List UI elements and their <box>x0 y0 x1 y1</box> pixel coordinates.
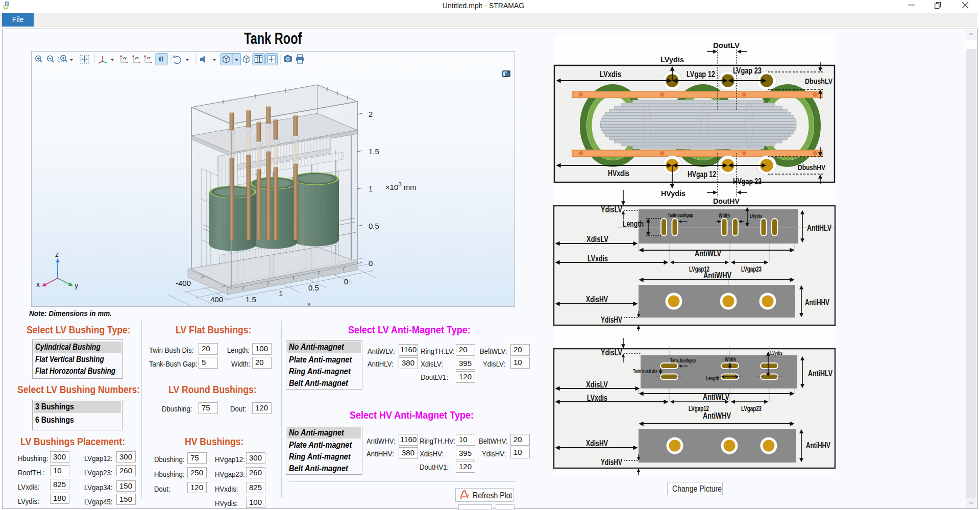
svg-text:XdisHV: XdisHV <box>586 439 608 448</box>
svg-text:LVgap23: LVgap23 <box>741 265 762 273</box>
svg-text:AntiHLV: AntiHLV <box>807 224 831 232</box>
svg-text:1: 1 <box>369 184 373 193</box>
svg-text:YdisHV: YdisHV <box>601 458 622 467</box>
svg-text:400: 400 <box>210 295 223 304</box>
svg-text:LVydis: LVydis <box>750 213 762 219</box>
svg-text:1.5: 1.5 <box>246 295 256 304</box>
svg-text:DbushHV: DbushHV <box>798 163 825 172</box>
svg-text:-400: -400 <box>176 279 191 287</box>
svg-text:Length: Length <box>623 220 644 228</box>
svg-text:Twin bush dis: Twin bush dis <box>633 368 657 374</box>
svg-text:2: 2 <box>369 110 373 118</box>
svg-text:LVxdis: LVxdis <box>587 254 608 263</box>
svg-text:YdisLV: YdisLV <box>601 205 622 214</box>
svg-text:Width: Width <box>719 212 730 218</box>
svg-text:0.5: 0.5 <box>369 222 379 230</box>
svg-text:AntiWHV: AntiWHV <box>703 411 731 421</box>
svg-text:0: 0 <box>344 277 348 286</box>
svg-text:DbushLV: DbushLV <box>805 77 832 85</box>
svg-text:HVxdis: HVxdis <box>608 169 629 178</box>
svg-text:y: y <box>75 281 78 289</box>
svg-text:YdisHV: YdisHV <box>601 315 622 324</box>
svg-text:YdisLV: YdisLV <box>601 348 622 357</box>
svg-text:HVgap 12: HVgap 12 <box>688 170 716 179</box>
svg-text:XdisHV: XdisHV <box>586 295 608 304</box>
svg-text:×103 mm: ×103 mm <box>385 181 416 191</box>
svg-text:LVxdis: LVxdis <box>587 394 607 402</box>
svg-text:3: 3 <box>307 302 310 306</box>
svg-text:1: 1 <box>279 289 283 298</box>
svg-text:LVydis: LVydis <box>770 350 782 356</box>
svg-text:AntiHHV: AntiHHV <box>806 441 830 450</box>
svg-text:XdisLV: XdisLV <box>586 380 608 389</box>
svg-text:AntiHHV: AntiHHV <box>805 298 829 307</box>
svg-text:LVgap23: LVgap23 <box>741 404 762 412</box>
svg-text:0.5: 0.5 <box>308 283 319 292</box>
svg-text:xy: xy <box>122 56 127 60</box>
svg-text:LVgap 23: LVgap 23 <box>733 66 762 75</box>
svg-text:AntiWHV: AntiWHV <box>703 271 731 280</box>
svg-text:x: x <box>36 280 40 288</box>
svg-text:DoutLV: DoutLV <box>713 41 740 50</box>
svg-text:AntiHLV: AntiHLV <box>808 369 832 378</box>
svg-text:Width: Width <box>725 356 736 362</box>
svg-text:z: z <box>55 250 59 258</box>
svg-text:LVgap 12: LVgap 12 <box>687 70 715 79</box>
svg-text:Tank-bushgap: Tank-bushgap <box>670 357 696 363</box>
svg-text:LVxdis: LVxdis <box>600 70 621 79</box>
svg-text:Length: Length <box>706 375 719 381</box>
svg-text:1.5: 1.5 <box>369 147 379 156</box>
svg-text:Tank-bushgap: Tank-bushgap <box>668 212 693 218</box>
svg-text:xz: xz <box>146 56 151 60</box>
svg-text:XdisLV: XdisLV <box>586 235 608 244</box>
svg-text:0: 0 <box>369 259 373 268</box>
svg-text:yz: yz <box>135 56 139 60</box>
svg-text:LVydis: LVydis <box>660 55 684 64</box>
